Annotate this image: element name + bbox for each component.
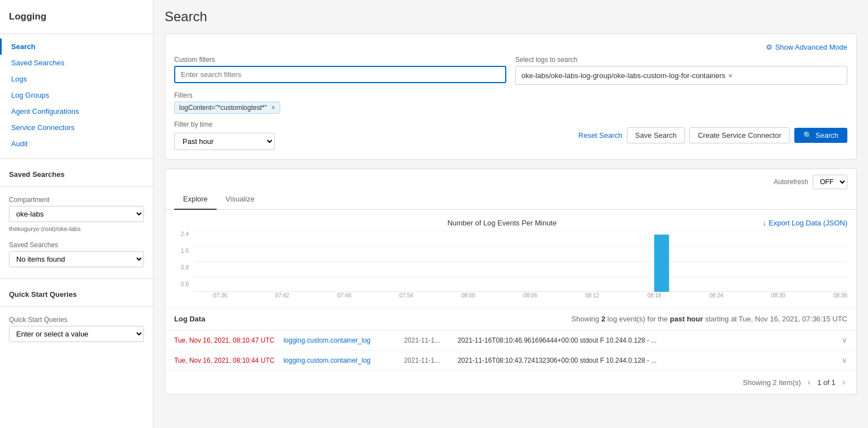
expand-icon-0: ∨ <box>842 336 847 344</box>
custom-filters-input[interactable] <box>174 66 506 83</box>
prev-page-button[interactable]: ‹ <box>805 376 813 388</box>
quick-start-select[interactable]: Enter or select a value <box>9 326 144 342</box>
sidebar-item-audit[interactable]: Audit <box>0 136 153 152</box>
y-label-1-6: 1.6 <box>174 248 191 254</box>
log-timestamp-1: Tue, Nov 16, 2021, 08:10:44 UTC <box>174 357 275 364</box>
log-data-header: Log Data Showing 2 log event(s) for the … <box>165 308 856 330</box>
log-row[interactable]: Tue, Nov 16, 2021, 08:10:47 UTC logging.… <box>165 330 856 350</box>
filter-chip: logContent="*customlogtest*" × <box>174 102 280 114</box>
sliders-icon: ⚙ <box>766 43 773 51</box>
svg-rect-5 <box>654 234 669 292</box>
x-label-0742: 07:42 <box>275 292 289 299</box>
log-timestamp-0: Tue, Nov 16, 2021, 08:10:47 UTC <box>174 336 275 344</box>
save-search-button[interactable]: Save Search <box>627 127 685 143</box>
log-id-0: 2021-11-1... <box>404 336 449 344</box>
custom-filters-label: Custom filters <box>174 56 506 64</box>
filter-chip-remove[interactable]: × <box>271 104 275 112</box>
x-label-0748: 07:48 <box>337 292 351 299</box>
search-button[interactable]: 🔍 Search <box>794 128 847 143</box>
x-labels: 07:36 07:42 07:48 07:54 08:00 08:06 08:1… <box>213 292 847 299</box>
sidebar: Logging Search Saved Searches Logs Log G… <box>0 0 154 428</box>
pagination-row: Showing 2 item(s) ‹ 1 of 1 › <box>165 371 856 394</box>
y-axis-labels: 2.4 1.6 0.8 0.0 <box>174 232 191 299</box>
sidebar-item-service-connectors[interactable]: Service Connectors <box>0 119 153 136</box>
sidebar-item-search[interactable]: Search <box>0 39 153 55</box>
page-title: Search <box>165 9 857 25</box>
filters-label: Filters <box>174 92 847 99</box>
pagination-info: Showing 2 item(s) <box>743 378 801 387</box>
log-data-info: Showing 2 log event(s) for the past hour… <box>572 315 847 323</box>
tab-explore[interactable]: Explore <box>174 189 217 210</box>
main-content: Search ⚙ Show Advanced Mode Custom filte… <box>154 0 868 428</box>
filter-by-time-label: Filter by time <box>174 121 275 128</box>
time-select[interactable]: Past hour Past 6 hours Past 24 hours Cus… <box>174 133 275 150</box>
log-id-1: 2021-11-1... <box>404 357 449 364</box>
log-tag-remove[interactable]: × <box>728 71 733 80</box>
log-source-0: logging.custom.container_log <box>284 336 395 344</box>
saved-searches-select[interactable]: No items found <box>9 251 144 267</box>
log-tag: oke-labs/oke-labs-log-group/oke-labs-cus… <box>521 71 732 80</box>
compartment-hint: thekoguryo (root)/oke-labs <box>0 224 153 237</box>
log-details-1: 2021-11-16T08:10:43.724132306+00:00 stdo… <box>458 357 833 364</box>
reset-search-button[interactable]: Reset Search <box>578 131 622 140</box>
app-title: Logging <box>0 9 153 29</box>
x-label-0830: 08:30 <box>771 292 785 299</box>
y-label-2-4: 2.4 <box>174 232 191 237</box>
search-panel: ⚙ Show Advanced Mode Custom filters Sele… <box>165 33 857 160</box>
log-source-1: logging.custom.container_log <box>284 357 395 364</box>
x-label-0800: 08:00 <box>461 292 475 299</box>
sidebar-item-log-groups[interactable]: Log Groups <box>0 87 153 103</box>
search-icon: 🔍 <box>803 131 812 140</box>
x-label-0736: 07:36 <box>213 292 227 299</box>
results-panel: Autorefresh OFF 10s 30s 1m Explore Visua… <box>165 169 857 395</box>
download-icon: ↓ <box>763 219 767 227</box>
x-label-0824: 08:24 <box>709 292 723 299</box>
x-label-0754: 07:54 <box>399 292 413 299</box>
create-service-connector-button[interactable]: Create Service Connector <box>689 127 790 143</box>
saved-searches-section-title: Saved Searches <box>0 163 153 182</box>
chart-inner: 07:36 07:42 07:48 07:54 08:00 08:06 08:1… <box>194 232 847 299</box>
chart-svg <box>194 232 847 292</box>
compartment-label: Compartment <box>0 191 153 206</box>
autorefresh-select[interactable]: OFF 10s 30s 1m <box>813 175 847 189</box>
y-label-0-8: 0.8 <box>174 265 191 271</box>
compartment-select[interactable]: oke-labs <box>9 206 144 222</box>
x-label-0818: 08:18 <box>648 292 661 299</box>
next-page-button[interactable]: › <box>840 376 847 388</box>
log-data-title: Log Data <box>174 315 205 323</box>
sidebar-item-agent-configurations[interactable]: Agent Configurations <box>0 103 153 119</box>
sidebar-item-saved-searches[interactable]: Saved Searches <box>0 55 153 71</box>
x-label-0836: 08:36 <box>833 292 847 299</box>
export-button[interactable]: ↓ Export Log Data (JSON) <box>763 219 847 227</box>
saved-searches-label: Saved Searches <box>0 237 153 251</box>
expand-icon-1: ∨ <box>842 356 847 364</box>
x-label-0812: 08:12 <box>586 292 600 299</box>
chart-area: Number of Log Events Per Minute ↓ Export… <box>165 210 856 308</box>
log-details-0: 2021-11-16T08:10:46.961696444+00:00 stdo… <box>458 336 833 344</box>
chart-container: 2.4 1.6 0.8 0.0 <box>174 232 847 299</box>
y-label-0-0: 0.0 <box>174 282 191 287</box>
sidebar-item-logs[interactable]: Logs <box>0 71 153 87</box>
x-label-0806: 08:06 <box>523 292 537 299</box>
quick-start-section-title: Quick Start Queries <box>0 283 153 302</box>
autorefresh-label: Autorefresh <box>774 178 808 186</box>
tab-visualize[interactable]: Visualize <box>217 189 263 210</box>
select-logs-label: Select logs to search <box>515 56 847 64</box>
show-advanced-button[interactable]: ⚙ Show Advanced Mode <box>766 43 847 51</box>
log-row[interactable]: Tue, Nov 16, 2021, 08:10:44 UTC logging.… <box>165 350 856 371</box>
quick-start-label: Quick Start Queries <box>0 311 153 326</box>
page-info: 1 of 1 <box>817 378 836 387</box>
log-select-box[interactable]: oke-labs/oke-labs-log-group/oke-labs-cus… <box>515 66 847 85</box>
tabs-row: Explore Visualize <box>165 189 856 210</box>
chart-title: Number of Log Events Per Minute <box>241 219 763 227</box>
